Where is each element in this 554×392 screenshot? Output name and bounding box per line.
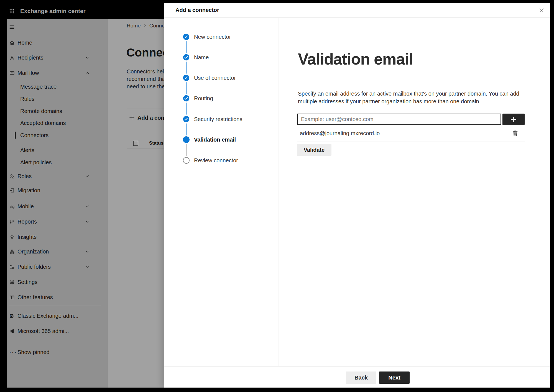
step-connector-line <box>186 144 187 156</box>
back-button[interactable]: Back <box>346 371 376 384</box>
address-list-item: address@journaling.mxrecord.io <box>300 130 380 137</box>
step-done-icon <box>183 116 190 122</box>
step-review-connector: Review connector <box>164 157 279 164</box>
step-done-icon <box>183 34 190 40</box>
delete-address-button[interactable] <box>511 129 519 137</box>
step-heading: Validation email <box>298 50 413 68</box>
add-connector-flyout: Add a connector New connector Name Use o… <box>164 3 550 388</box>
step-upcoming-icon <box>183 157 190 164</box>
step-description: Specify an email address for an active m… <box>298 90 531 105</box>
step-connector-line <box>186 82 187 94</box>
modal-overlay[interactable] <box>7 3 164 388</box>
step-connector-line <box>186 103 187 115</box>
step-connector-line <box>186 123 187 135</box>
validate-button[interactable]: Validate <box>297 144 331 156</box>
step-current-icon <box>183 136 190 143</box>
add-address-button[interactable] <box>502 114 525 125</box>
close-button[interactable] <box>537 6 546 15</box>
flyout-header: Add a connector <box>164 3 550 18</box>
step-new-connector: New connector <box>164 33 279 41</box>
step-connector-line <box>186 62 187 74</box>
step-routing: Routing <box>164 94 279 102</box>
step-name: Name <box>164 53 279 61</box>
step-connector-line <box>186 41 187 53</box>
step-use-of-connector: Use of connector <box>164 74 279 82</box>
step-done-icon <box>183 54 190 61</box>
flyout-title: Add a connector <box>175 3 219 17</box>
step-security-restrictions: Security restrictions <box>164 115 279 123</box>
email-address-input[interactable] <box>297 114 501 125</box>
flyout-footer: Back Next <box>164 366 550 388</box>
trash-icon <box>512 130 518 137</box>
step-done-icon <box>183 95 190 102</box>
step-validation-email: Validation email <box>164 136 279 144</box>
divider <box>297 142 525 142</box>
next-button[interactable]: Next <box>379 371 410 384</box>
close-icon <box>539 7 544 13</box>
steps-divider <box>279 18 279 367</box>
plus-icon <box>509 115 518 124</box>
step-done-icon <box>183 75 190 81</box>
exchange-admin-app: Exchange admin center Home Recipients Ma… <box>7 3 550 388</box>
